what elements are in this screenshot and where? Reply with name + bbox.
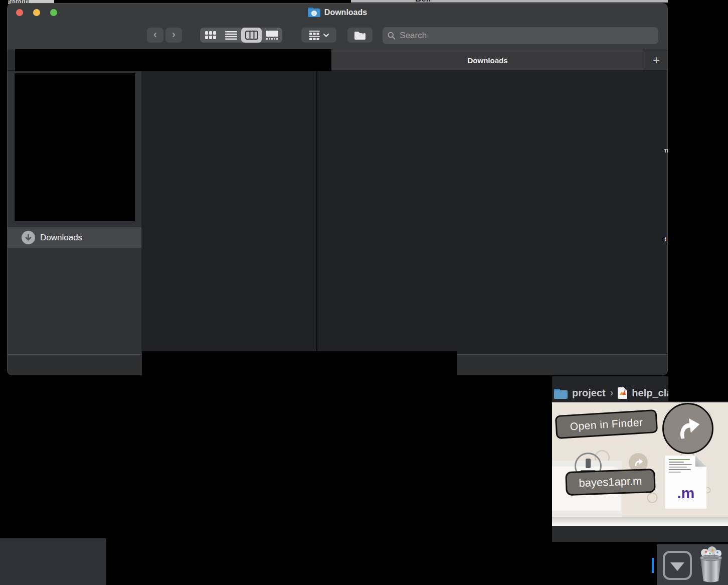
breadcrumb-folder[interactable]: project bbox=[572, 387, 606, 399]
redacted-region bbox=[142, 351, 457, 537]
share-arrow-button[interactable] bbox=[662, 403, 713, 454]
new-folder-icon bbox=[354, 31, 366, 40]
list-view-button[interactable] bbox=[221, 28, 241, 43]
group-by-button[interactable] bbox=[301, 28, 336, 43]
columns-icon bbox=[245, 31, 258, 40]
background-window-fragment: Bell bbox=[351, 0, 668, 3]
list-icon bbox=[225, 31, 237, 40]
downloaded-file-label[interactable]: bayes1apr.m bbox=[565, 469, 656, 496]
new-folder-button[interactable] bbox=[347, 28, 373, 43]
title-bar: ↓ Downloads ‹ › bbox=[8, 4, 667, 50]
open-in-finder-label: Open in Finder bbox=[570, 416, 643, 432]
column-view-button[interactable] bbox=[241, 28, 262, 43]
redacted-region bbox=[15, 73, 135, 221]
chevron-right-icon: › bbox=[172, 28, 175, 41]
search-icon bbox=[388, 32, 395, 40]
new-tab-button[interactable]: + bbox=[645, 50, 667, 70]
tab-label: Downloads bbox=[467, 56, 507, 65]
triangle-down-icon bbox=[670, 562, 684, 571]
share-arrow-icon bbox=[673, 414, 702, 443]
folder-icon bbox=[554, 389, 568, 399]
tab-downloads[interactable]: Downloads bbox=[330, 50, 645, 70]
text-fragment: Bell bbox=[415, 0, 668, 3]
redacted-region bbox=[668, 376, 728, 401]
screen: fotofitl Bell ↓ Downloads ‹ › bbox=[0, 0, 728, 585]
toolbar: ‹ › bbox=[8, 26, 667, 46]
trash-icon[interactable] bbox=[697, 546, 725, 585]
m-file-icon[interactable]: .m bbox=[665, 456, 706, 509]
download-circle-icon bbox=[22, 231, 35, 244]
file-extension-label: .m bbox=[665, 485, 706, 502]
window-title: Downloads bbox=[324, 8, 367, 17]
icon-view-button[interactable] bbox=[200, 28, 221, 43]
redacted-region bbox=[106, 544, 657, 585]
gallery-view-button[interactable] bbox=[262, 28, 282, 43]
overlay-light-strip bbox=[552, 517, 728, 526]
redacted-region bbox=[15, 49, 331, 71]
chevron-down-icon bbox=[323, 34, 329, 37]
dock-icon-fragment bbox=[652, 558, 654, 573]
chevron-left-icon: ‹ bbox=[153, 28, 157, 41]
group-grid-icon bbox=[309, 31, 320, 40]
overlay-dark-strip bbox=[552, 526, 728, 542]
downloads-folder-icon: ↓ bbox=[308, 8, 320, 17]
gallery-icon bbox=[266, 31, 278, 40]
matlab-file-icon bbox=[618, 387, 627, 399]
chevron-right-icon: › bbox=[610, 387, 614, 398]
sidebar-item-label: Downloads bbox=[40, 233, 82, 243]
dock-left-segment bbox=[0, 538, 106, 585]
search-input[interactable] bbox=[399, 30, 653, 41]
code-lines bbox=[669, 459, 694, 474]
window-title-row: ↓ Downloads bbox=[8, 8, 667, 17]
plus-icon: + bbox=[653, 53, 660, 67]
text-fragment: d bbox=[664, 237, 668, 244]
back-button[interactable]: ‹ bbox=[147, 28, 163, 43]
download-filename: bayes1apr.m bbox=[579, 475, 642, 490]
zoomed-screen-overlay: project › help_class...m bbox=[552, 376, 728, 542]
grid-icon bbox=[205, 31, 216, 40]
text-fragment: m bbox=[664, 148, 668, 156]
forward-button[interactable]: › bbox=[165, 28, 182, 43]
search-field[interactable] bbox=[383, 27, 658, 44]
dock-downloads-stack[interactable] bbox=[663, 551, 692, 580]
sidebar-item-downloads[interactable]: Downloads bbox=[8, 227, 141, 248]
view-switcher bbox=[200, 28, 282, 43]
column-divider[interactable] bbox=[316, 71, 317, 354]
